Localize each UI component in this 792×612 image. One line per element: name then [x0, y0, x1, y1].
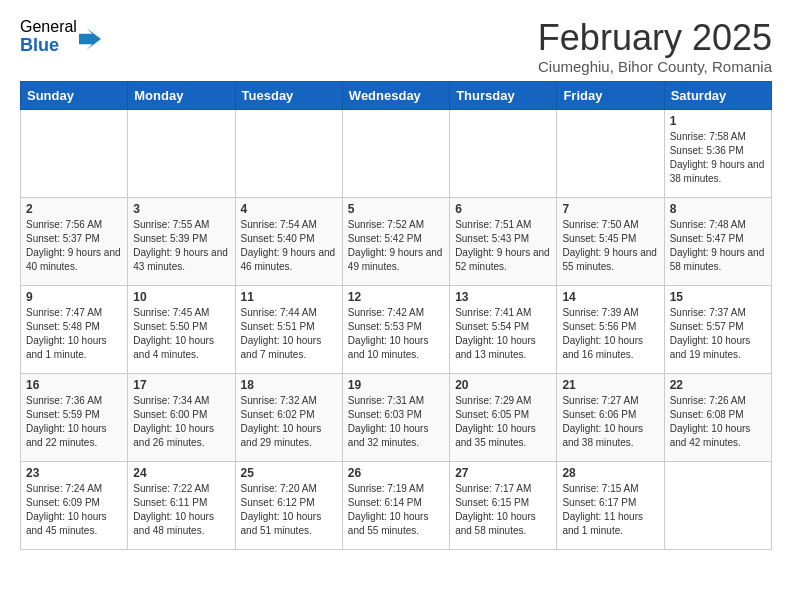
- day-info: Sunrise: 7:58 AM Sunset: 5:36 PM Dayligh…: [670, 130, 766, 186]
- calendar-cell: 1Sunrise: 7:58 AM Sunset: 5:36 PM Daylig…: [664, 109, 771, 197]
- calendar-table: Sunday Monday Tuesday Wednesday Thursday…: [20, 81, 772, 550]
- day-info: Sunrise: 7:26 AM Sunset: 6:08 PM Dayligh…: [670, 394, 766, 450]
- calendar-cell: [450, 109, 557, 197]
- day-number: 26: [348, 466, 444, 480]
- day-info: Sunrise: 7:56 AM Sunset: 5:37 PM Dayligh…: [26, 218, 122, 274]
- calendar-week-3: 9Sunrise: 7:47 AM Sunset: 5:48 PM Daylig…: [21, 285, 772, 373]
- day-number: 18: [241, 378, 337, 392]
- day-info: Sunrise: 7:19 AM Sunset: 6:14 PM Dayligh…: [348, 482, 444, 538]
- logo-arrow-icon: [79, 28, 101, 50]
- calendar-header: Sunday Monday Tuesday Wednesday Thursday…: [21, 81, 772, 109]
- header-thursday: Thursday: [450, 81, 557, 109]
- day-info: Sunrise: 7:15 AM Sunset: 6:17 PM Dayligh…: [562, 482, 658, 538]
- day-info: Sunrise: 7:36 AM Sunset: 5:59 PM Dayligh…: [26, 394, 122, 450]
- day-number: 3: [133, 202, 229, 216]
- day-number: 13: [455, 290, 551, 304]
- day-number: 4: [241, 202, 337, 216]
- header-tuesday: Tuesday: [235, 81, 342, 109]
- calendar-cell: 5Sunrise: 7:52 AM Sunset: 5:42 PM Daylig…: [342, 197, 449, 285]
- day-info: Sunrise: 7:41 AM Sunset: 5:54 PM Dayligh…: [455, 306, 551, 362]
- calendar-cell: 12Sunrise: 7:42 AM Sunset: 5:53 PM Dayli…: [342, 285, 449, 373]
- day-number: 21: [562, 378, 658, 392]
- calendar-cell: [235, 109, 342, 197]
- calendar-cell: [664, 461, 771, 549]
- day-info: Sunrise: 7:22 AM Sunset: 6:11 PM Dayligh…: [133, 482, 229, 538]
- header-wednesday: Wednesday: [342, 81, 449, 109]
- day-number: 19: [348, 378, 444, 392]
- day-info: Sunrise: 7:20 AM Sunset: 6:12 PM Dayligh…: [241, 482, 337, 538]
- day-info: Sunrise: 7:50 AM Sunset: 5:45 PM Dayligh…: [562, 218, 658, 274]
- header-friday: Friday: [557, 81, 664, 109]
- title-block: February 2025 Ciumeghiu, Bihor County, R…: [538, 18, 772, 75]
- day-info: Sunrise: 7:47 AM Sunset: 5:48 PM Dayligh…: [26, 306, 122, 362]
- day-info: Sunrise: 7:44 AM Sunset: 5:51 PM Dayligh…: [241, 306, 337, 362]
- calendar-cell: 19Sunrise: 7:31 AM Sunset: 6:03 PM Dayli…: [342, 373, 449, 461]
- day-info: Sunrise: 7:51 AM Sunset: 5:43 PM Dayligh…: [455, 218, 551, 274]
- day-number: 28: [562, 466, 658, 480]
- day-number: 11: [241, 290, 337, 304]
- day-number: 24: [133, 466, 229, 480]
- calendar-cell: 2Sunrise: 7:56 AM Sunset: 5:37 PM Daylig…: [21, 197, 128, 285]
- day-info: Sunrise: 7:45 AM Sunset: 5:50 PM Dayligh…: [133, 306, 229, 362]
- day-number: 16: [26, 378, 122, 392]
- calendar-cell: 17Sunrise: 7:34 AM Sunset: 6:00 PM Dayli…: [128, 373, 235, 461]
- day-number: 2: [26, 202, 122, 216]
- calendar-cell: 10Sunrise: 7:45 AM Sunset: 5:50 PM Dayli…: [128, 285, 235, 373]
- calendar-cell: 26Sunrise: 7:19 AM Sunset: 6:14 PM Dayli…: [342, 461, 449, 549]
- day-info: Sunrise: 7:55 AM Sunset: 5:39 PM Dayligh…: [133, 218, 229, 274]
- calendar-cell: 20Sunrise: 7:29 AM Sunset: 6:05 PM Dayli…: [450, 373, 557, 461]
- calendar-week-4: 16Sunrise: 7:36 AM Sunset: 5:59 PM Dayli…: [21, 373, 772, 461]
- calendar-title: February 2025: [538, 18, 772, 58]
- logo: General Blue: [20, 18, 101, 55]
- day-info: Sunrise: 7:29 AM Sunset: 6:05 PM Dayligh…: [455, 394, 551, 450]
- calendar-cell: 7Sunrise: 7:50 AM Sunset: 5:45 PM Daylig…: [557, 197, 664, 285]
- day-number: 22: [670, 378, 766, 392]
- calendar-body: 1Sunrise: 7:58 AM Sunset: 5:36 PM Daylig…: [21, 109, 772, 549]
- header-row: Sunday Monday Tuesday Wednesday Thursday…: [21, 81, 772, 109]
- day-info: Sunrise: 7:37 AM Sunset: 5:57 PM Dayligh…: [670, 306, 766, 362]
- day-number: 25: [241, 466, 337, 480]
- calendar-cell: 3Sunrise: 7:55 AM Sunset: 5:39 PM Daylig…: [128, 197, 235, 285]
- header: General Blue February 2025 Ciumeghiu, Bi…: [20, 18, 772, 75]
- calendar-cell: 14Sunrise: 7:39 AM Sunset: 5:56 PM Dayli…: [557, 285, 664, 373]
- logo-blue: Blue: [20, 36, 77, 56]
- calendar-cell: 8Sunrise: 7:48 AM Sunset: 5:47 PM Daylig…: [664, 197, 771, 285]
- calendar-cell: 24Sunrise: 7:22 AM Sunset: 6:11 PM Dayli…: [128, 461, 235, 549]
- day-info: Sunrise: 7:24 AM Sunset: 6:09 PM Dayligh…: [26, 482, 122, 538]
- calendar-cell: 6Sunrise: 7:51 AM Sunset: 5:43 PM Daylig…: [450, 197, 557, 285]
- calendar-week-1: 1Sunrise: 7:58 AM Sunset: 5:36 PM Daylig…: [21, 109, 772, 197]
- calendar-cell: 11Sunrise: 7:44 AM Sunset: 5:51 PM Dayli…: [235, 285, 342, 373]
- calendar-cell: 18Sunrise: 7:32 AM Sunset: 6:02 PM Dayli…: [235, 373, 342, 461]
- header-saturday: Saturday: [664, 81, 771, 109]
- calendar-cell: 9Sunrise: 7:47 AM Sunset: 5:48 PM Daylig…: [21, 285, 128, 373]
- calendar-cell: [342, 109, 449, 197]
- calendar-cell: [557, 109, 664, 197]
- calendar-cell: 27Sunrise: 7:17 AM Sunset: 6:15 PM Dayli…: [450, 461, 557, 549]
- calendar-cell: 13Sunrise: 7:41 AM Sunset: 5:54 PM Dayli…: [450, 285, 557, 373]
- calendar-cell: 4Sunrise: 7:54 AM Sunset: 5:40 PM Daylig…: [235, 197, 342, 285]
- header-sunday: Sunday: [21, 81, 128, 109]
- day-info: Sunrise: 7:27 AM Sunset: 6:06 PM Dayligh…: [562, 394, 658, 450]
- logo-text: General Blue: [20, 18, 77, 55]
- day-info: Sunrise: 7:48 AM Sunset: 5:47 PM Dayligh…: [670, 218, 766, 274]
- calendar-cell: 28Sunrise: 7:15 AM Sunset: 6:17 PM Dayli…: [557, 461, 664, 549]
- day-info: Sunrise: 7:52 AM Sunset: 5:42 PM Dayligh…: [348, 218, 444, 274]
- day-number: 9: [26, 290, 122, 304]
- day-info: Sunrise: 7:31 AM Sunset: 6:03 PM Dayligh…: [348, 394, 444, 450]
- calendar-cell: [21, 109, 128, 197]
- day-number: 10: [133, 290, 229, 304]
- calendar-cell: 23Sunrise: 7:24 AM Sunset: 6:09 PM Dayli…: [21, 461, 128, 549]
- calendar-week-2: 2Sunrise: 7:56 AM Sunset: 5:37 PM Daylig…: [21, 197, 772, 285]
- day-info: Sunrise: 7:32 AM Sunset: 6:02 PM Dayligh…: [241, 394, 337, 450]
- day-number: 14: [562, 290, 658, 304]
- day-info: Sunrise: 7:42 AM Sunset: 5:53 PM Dayligh…: [348, 306, 444, 362]
- day-number: 23: [26, 466, 122, 480]
- calendar-cell: 16Sunrise: 7:36 AM Sunset: 5:59 PM Dayli…: [21, 373, 128, 461]
- day-number: 12: [348, 290, 444, 304]
- page: General Blue February 2025 Ciumeghiu, Bi…: [0, 0, 792, 568]
- day-number: 20: [455, 378, 551, 392]
- day-number: 27: [455, 466, 551, 480]
- day-info: Sunrise: 7:54 AM Sunset: 5:40 PM Dayligh…: [241, 218, 337, 274]
- calendar-subtitle: Ciumeghiu, Bihor County, Romania: [538, 58, 772, 75]
- calendar-cell: 22Sunrise: 7:26 AM Sunset: 6:08 PM Dayli…: [664, 373, 771, 461]
